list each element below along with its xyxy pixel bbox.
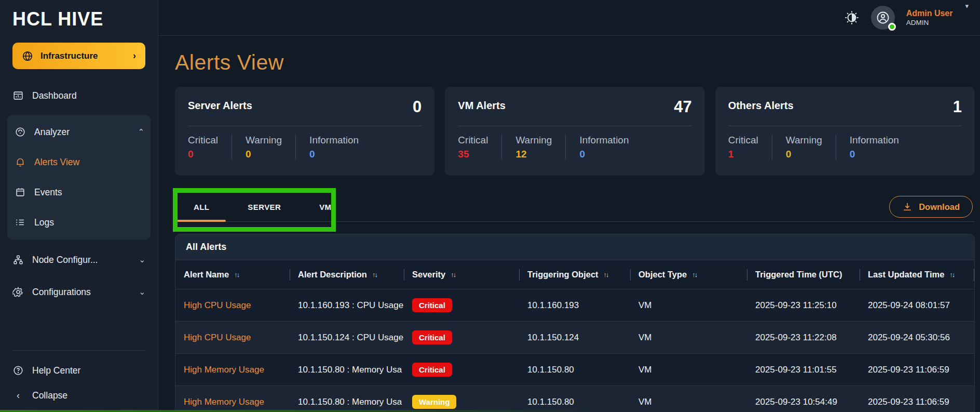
chevron-right-icon: › bbox=[133, 50, 136, 61]
brand-logo: HCL HIVE bbox=[0, 0, 158, 35]
help-center-label: Help Center bbox=[32, 365, 80, 376]
table-row[interactable]: High Memory Usage 10.1.150.80 : Memory U… bbox=[175, 353, 974, 386]
column-label: Alert Description bbox=[298, 270, 367, 280]
stat-value: 35 bbox=[458, 149, 488, 160]
critical-stat: Critical 1 bbox=[728, 135, 772, 160]
alert-name-cell[interactable]: High CPU Usage bbox=[175, 300, 290, 311]
tab-label: ALL bbox=[194, 203, 209, 211]
stat-label: Warning bbox=[786, 135, 822, 146]
column-header-last-updated-time[interactable]: Last Updated Time ↑↓ bbox=[860, 269, 974, 281]
table-row[interactable]: High Memory Usage 10.1.150.80 : Memory U… bbox=[175, 386, 974, 412]
help-center-item[interactable]: Help Center bbox=[0, 358, 158, 383]
card-total: 1 bbox=[953, 98, 962, 116]
user-avatar[interactable] bbox=[871, 6, 895, 30]
card-divider bbox=[458, 126, 691, 126]
stat-value: 0 bbox=[786, 149, 822, 160]
table-row[interactable]: High CPU Usage 10.1.160.193 : CPU Usage … bbox=[175, 289, 974, 321]
critical-stat: Critical 35 bbox=[458, 135, 502, 160]
column-label: Last Updated Time bbox=[868, 270, 944, 280]
object-type-cell: VM bbox=[630, 397, 747, 407]
theme-toggle-icon[interactable] bbox=[844, 10, 860, 25]
collapse-item[interactable]: ‹ Collapse bbox=[0, 383, 158, 408]
triggering-object-cell: 10.1.160.193 bbox=[519, 300, 630, 311]
page-title: Alerts View bbox=[175, 50, 975, 75]
stat-value: 0 bbox=[309, 149, 359, 160]
sidebar-item-label: Events bbox=[34, 187, 62, 198]
object-type-cell: VM bbox=[630, 333, 747, 343]
sidebar-item-analyzer[interactable]: Analyzer ⌃ bbox=[7, 117, 151, 147]
column-label: Object Type bbox=[638, 270, 687, 280]
card-total: 47 bbox=[674, 98, 691, 116]
column-header-triggered-time[interactable]: Triggered Time (UTC) bbox=[747, 269, 860, 281]
alert-name-cell[interactable]: High Memory Usage bbox=[175, 365, 290, 375]
sort-icon[interactable]: ↑↓ bbox=[692, 271, 697, 278]
chevron-up-icon[interactable]: ⌃ bbox=[138, 127, 144, 137]
analyzer-icon bbox=[15, 126, 26, 138]
stat-value: 0 bbox=[188, 149, 218, 160]
table-header-row: Alert Name ↑↓ Alert Description ↑↓ Sever… bbox=[175, 260, 974, 289]
sidebar-item-label: Logs bbox=[34, 217, 54, 228]
caret-down-icon[interactable]: ▾ bbox=[965, 2, 969, 10]
severity-badge: Warning bbox=[412, 395, 456, 409]
card-divider bbox=[188, 126, 421, 126]
globe-icon bbox=[22, 50, 33, 62]
column-header-triggering-object[interactable]: Triggering Object ↑↓ bbox=[519, 269, 630, 281]
severity-badge: Critical bbox=[412, 363, 452, 377]
column-header-alert-name[interactable]: Alert Name ↑↓ bbox=[175, 269, 290, 281]
user-name: Admin User bbox=[906, 8, 953, 19]
sort-icon[interactable]: ↑↓ bbox=[949, 271, 954, 278]
chevron-down-icon[interactable]: ⌄ bbox=[139, 287, 145, 297]
sidebar-item-label: Analyzer bbox=[34, 127, 70, 138]
alert-description-cell: 10.1.150.124 : CPU Usage bbox=[290, 333, 404, 343]
card-title: Others Alerts bbox=[728, 98, 794, 112]
tab-server[interactable]: SERVER bbox=[231, 192, 297, 221]
stat-value: 0 bbox=[246, 149, 282, 160]
column-header-object-type[interactable]: Object Type ↑↓ bbox=[630, 269, 747, 281]
calendar-icon bbox=[15, 187, 26, 198]
card-title: VM Alerts bbox=[458, 98, 506, 112]
chevron-down-icon[interactable]: ⌄ bbox=[139, 255, 145, 264]
information-stat: Information 0 bbox=[309, 135, 372, 160]
severity-badge: Critical bbox=[412, 330, 452, 344]
sidebar-item-events[interactable]: Events bbox=[7, 177, 151, 207]
bell-icon bbox=[15, 156, 26, 168]
sidebar-nav: Dashboard Analyzer ⌃ Alerts View Ev bbox=[0, 83, 158, 305]
sidebar-item-configurations[interactable]: Configurations ⌄ bbox=[0, 279, 158, 305]
table-title: All Alerts bbox=[175, 234, 974, 260]
column-label: Alert Name bbox=[184, 270, 229, 280]
others-alerts-card: Others Alerts 1 Critical 1 Warning 0 Inf… bbox=[715, 87, 975, 176]
triggered-time-cell: 2025-09-23 10:54:49 bbox=[747, 397, 860, 407]
stat-value: 0 bbox=[850, 149, 899, 160]
tab-all[interactable]: ALL bbox=[177, 192, 226, 221]
collapse-label: Collapse bbox=[32, 390, 67, 401]
sidebar-item-alerts-view[interactable]: Alerts View bbox=[7, 147, 151, 177]
sort-icon[interactable]: ↑↓ bbox=[372, 271, 377, 278]
severity-badge: Critical bbox=[412, 298, 452, 312]
download-button[interactable]: Download bbox=[889, 196, 973, 218]
sidebar-item-node-configuration[interactable]: Node Configur... ⌄ bbox=[0, 247, 158, 273]
sidebar-item-logs[interactable]: Logs bbox=[7, 207, 151, 237]
stat-label: Information bbox=[309, 135, 359, 146]
triggering-object-cell: 10.1.150.124 bbox=[519, 333, 630, 343]
alert-description-cell: 10.1.150.80 : Memory Usa bbox=[290, 365, 404, 375]
stat-label: Information bbox=[850, 135, 899, 146]
alert-name-cell[interactable]: High Memory Usage bbox=[175, 397, 290, 407]
column-header-severity[interactable]: Severity ↑↓ bbox=[404, 269, 519, 281]
tab-vm[interactable]: VM bbox=[303, 192, 348, 221]
sort-icon[interactable]: ↑↓ bbox=[451, 271, 455, 278]
user-menu[interactable]: Admin User ADMIN bbox=[906, 8, 953, 28]
sidebar-item-dashboard[interactable]: Dashboard bbox=[0, 83, 158, 109]
sort-icon[interactable]: ↑↓ bbox=[604, 271, 608, 278]
infrastructure-button[interactable]: Infrastructure › bbox=[12, 43, 145, 69]
alert-name-cell[interactable]: High CPU Usage bbox=[175, 333, 290, 343]
hierarchy-icon bbox=[12, 254, 24, 265]
sidebar-spacer bbox=[0, 305, 158, 350]
stat-label: Critical bbox=[728, 135, 758, 146]
triggering-object-cell: 10.1.150.80 bbox=[519, 365, 630, 375]
column-header-alert-description[interactable]: Alert Description ↑↓ bbox=[290, 269, 404, 281]
sort-icon[interactable]: ↑↓ bbox=[234, 271, 239, 278]
table-row[interactable]: High CPU Usage 10.1.150.124 : CPU Usage … bbox=[175, 321, 974, 353]
alert-description-cell: 10.1.150.80 : Memory Usa bbox=[290, 397, 404, 407]
stat-value: 1 bbox=[728, 149, 758, 160]
stat-label: Critical bbox=[188, 135, 218, 146]
